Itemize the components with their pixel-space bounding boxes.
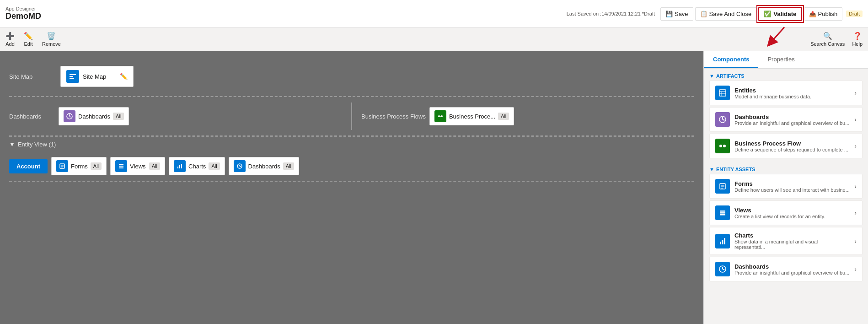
search-canvas-button[interactable]: 🔍 Search Canvas — [810, 32, 845, 47]
bpf-panel-desc: Define a sequence of steps required to c… — [734, 147, 850, 152]
forms-box[interactable]: Forms All — [51, 157, 107, 175]
save-and-close-button[interactable]: 📋 Save And Close — [695, 7, 757, 21]
tab-components[interactable]: Components — [704, 51, 758, 68]
sitemap-row: Site Map Site Map ✏️ — [9, 60, 694, 92]
top-bar-right: Last Saved on :14/09/2021 12:21 *Draft 💾… — [567, 0, 868, 27]
edit-icon: ✏️ — [24, 32, 33, 40]
forms-icon — [56, 160, 68, 172]
save-and-close-label: Save And Close — [709, 11, 752, 17]
publish-button[interactable]: 📤 Publish — [804, 7, 843, 21]
edit-button[interactable]: ✏️ Edit — [24, 32, 33, 47]
panel-ea-dashboards-item[interactable]: Dashboards Provide an insightful and gra… — [709, 257, 863, 281]
validate-icon: ✅ — [764, 11, 772, 17]
right-panel: Components Properties ▼ ARTIFACTS Entiti… — [703, 51, 868, 324]
validate-wrapper: ✅ Validate — [758, 7, 802, 21]
validate-button[interactable]: ✅ Validate — [758, 7, 802, 21]
panel-entities-item[interactable]: Entities Model and manage business data.… — [709, 81, 863, 105]
entity-assets-section: ▼ ENTITY ASSETS Forms Define how users w… — [704, 162, 868, 285]
add-label: Add — [5, 41, 15, 47]
add-icon: ➕ — [5, 32, 15, 40]
entity-assets-title: ▼ ENTITY ASSETS — [709, 167, 863, 172]
svg-rect-3 — [70, 76, 73, 77]
bpf-panel-text: Business Process Flow Define a sequence … — [734, 140, 850, 152]
views-all-badge[interactable]: All — [149, 162, 160, 170]
svg-rect-12 — [119, 164, 123, 165]
dashboards-all-badge[interactable]: All — [113, 113, 124, 120]
svg-point-25 — [723, 145, 726, 147]
charts-panel-icon — [715, 234, 730, 248]
entity-row: Account Forms All Views All — [9, 151, 694, 182]
sitemap-box[interactable]: Site Map ✏️ — [60, 66, 134, 87]
entity-view-header: ▼ Entity View (1) — [9, 136, 694, 151]
svg-rect-15 — [177, 167, 178, 168]
charts-all-badge[interactable]: All — [209, 162, 220, 170]
panel-forms-item[interactable]: Forms Define how users will see and inte… — [709, 174, 863, 199]
entity-dashboards-box[interactable]: Dashboards All — [229, 157, 299, 175]
bpf-icon — [434, 110, 446, 122]
views-chevron-icon: › — [854, 209, 857, 216]
svg-rect-33 — [720, 242, 721, 244]
main-layout: Site Map Site Map ✏️ Dashboards Dashboar… — [0, 51, 868, 324]
svg-rect-31 — [720, 212, 725, 214]
dashboards-row-label: Dashboards — [9, 113, 55, 120]
ea-dashboards-panel-title: Dashboards — [734, 263, 850, 270]
bpf-row-label: Business Process Flows — [361, 113, 426, 120]
views-panel-text: Views Create a list view of records for … — [734, 207, 850, 219]
app-name: DemoMD — [5, 11, 41, 21]
dashboards-panel-text: Dashboards Provide an insightful and gra… — [734, 113, 850, 126]
dashboards-box-label: Dashboards — [78, 113, 110, 120]
views-box[interactable]: Views All — [110, 157, 165, 175]
bpf-chevron-icon: › — [854, 142, 857, 150]
svg-rect-4 — [70, 78, 74, 79]
save-label: Save — [675, 11, 688, 17]
remove-button[interactable]: 🗑️ Remove — [42, 32, 61, 47]
charts-label: Charts — [188, 163, 206, 170]
bpf-section: Business Process Flows Business Proce...… — [361, 107, 694, 125]
svg-rect-17 — [181, 164, 182, 168]
entity-dashboards-all-badge[interactable]: All — [283, 162, 294, 170]
account-button[interactable]: Account — [9, 159, 48, 173]
charts-box[interactable]: Charts All — [169, 157, 225, 175]
forms-all-badge[interactable]: All — [91, 162, 102, 170]
dashboards-box[interactable]: Dashboards All — [59, 107, 129, 125]
app-designer-label: App Designer — [5, 6, 41, 11]
dashboards-panel-title: Dashboards — [734, 113, 850, 120]
bpf-box-label: Business Proce... — [449, 113, 495, 120]
panel-dashboards-artifact-item[interactable]: Dashboards Provide an insightful and gra… — [709, 107, 863, 132]
panel-views-item[interactable]: Views Create a list view of records for … — [709, 200, 863, 225]
charts-icon — [174, 160, 186, 172]
forms-panel-title: Forms — [734, 180, 850, 187]
forms-panel-text: Forms Define how users will see and inte… — [734, 180, 850, 193]
bpf-panel-icon — [715, 139, 730, 153]
save-button[interactable]: 💾 Save — [660, 7, 693, 21]
forms-panel-icon — [715, 179, 730, 194]
panel-bpf-item[interactable]: Business Process Flow Define a sequence … — [709, 134, 863, 158]
help-button[interactable]: ❓ Help — [852, 32, 863, 47]
svg-rect-32 — [720, 214, 725, 216]
entities-panel-text: Entities Model and manage business data. — [734, 87, 850, 99]
bpf-box[interactable]: Business Proce... All — [429, 107, 514, 125]
dashboards-panel-icon — [715, 112, 730, 127]
publish-icon: 📤 — [809, 11, 816, 17]
svg-rect-13 — [119, 166, 123, 167]
validate-label: Validate — [773, 11, 796, 17]
sitemap-row-label: Site Map — [9, 73, 55, 80]
svg-rect-16 — [179, 165, 180, 168]
entities-chevron-icon: › — [854, 89, 857, 97]
views-panel-title: Views — [734, 207, 850, 214]
add-button[interactable]: ➕ Add — [5, 32, 15, 47]
bpf-all-badge[interactable]: All — [498, 113, 509, 120]
tab-properties[interactable]: Properties — [758, 51, 804, 68]
svg-rect-14 — [119, 167, 123, 168]
svg-rect-35 — [724, 238, 725, 244]
panel-charts-item[interactable]: Charts Show data in a meaningful and vis… — [709, 227, 863, 255]
canvas-area[interactable]: Site Map Site Map ✏️ Dashboards Dashboar… — [0, 51, 703, 324]
svg-point-6 — [438, 115, 440, 117]
edit-sitemap-icon[interactable]: ✏️ — [120, 73, 128, 80]
dashboards-section: Dashboards Dashboards All — [9, 107, 342, 125]
publish-label: Publish — [818, 11, 838, 17]
ea-dashboards-panel-icon — [715, 262, 730, 276]
top-bar: App Designer DemoMD Last Saved on :14/09… — [0, 0, 868, 27]
views-icon — [115, 160, 127, 172]
toolbar: ➕ Add ✏️ Edit 🗑️ Remove 🔍 Search Canvas … — [0, 27, 868, 51]
